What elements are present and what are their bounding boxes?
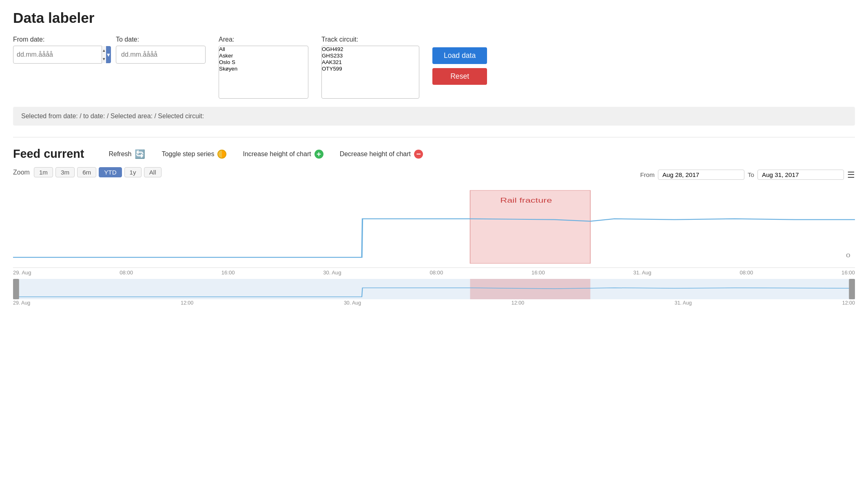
load-data-button[interactable]: Load data <box>432 47 487 64</box>
zoom-all[interactable]: All <box>144 167 162 177</box>
zoom-label: Zoom <box>13 169 30 176</box>
x-label-7: 08:00 <box>740 270 753 276</box>
from-date-spin-down[interactable]: ▼ <box>102 55 106 63</box>
mini-x-2: 30. Aug <box>344 300 361 306</box>
from-range-label: From <box>640 171 655 178</box>
x-label-2: 16:00 <box>221 270 235 276</box>
from-date-spin-up[interactable]: ▲ <box>102 46 106 55</box>
status-bar: Selected from date: / to date: / Selecte… <box>13 107 855 126</box>
zoom-1m[interactable]: 1m <box>34 167 53 177</box>
x-label-0: 29. Aug <box>13 270 31 276</box>
zoom-date-bar: Zoom 1m 3m 6m YTD 1y All From To ☰ <box>13 167 855 182</box>
mini-x-3: 12:00 <box>512 300 524 306</box>
from-date-dropdown-btn[interactable]: ▼ <box>106 46 111 63</box>
from-date-input-wrapper: ▲ ▼ ▼ <box>13 46 103 64</box>
action-buttons: Load data Reset <box>432 36 487 85</box>
section-divider <box>13 137 855 137</box>
page-title: Data labeler <box>13 10 855 26</box>
mini-chart-area <box>13 279 855 299</box>
refresh-label: Refresh <box>108 150 131 158</box>
toggle-step-ctrl[interactable]: Toggle step series <box>162 150 226 159</box>
mini-chart-x-labels: 29. Aug 12:00 30. Aug 12:00 31. Aug 12:0… <box>13 299 855 307</box>
mini-right-handle[interactable] <box>849 279 855 299</box>
rail-fracture-label: Rail fracture <box>500 197 552 204</box>
from-date-spin-buttons: ▲ ▼ <box>102 46 106 63</box>
chart-title: Feed current <box>13 147 84 161</box>
filters-row: From date: ▲ ▼ ▼ To date: Area: AllAsker… <box>13 36 855 99</box>
mini-x-4: 31. Aug <box>675 300 692 306</box>
area-label: Area: <box>219 36 308 43</box>
zoom-bar: Zoom 1m 3m 6m YTD 1y All <box>13 167 162 177</box>
main-chart-svg: Rail fracture 0 <box>13 186 855 267</box>
from-range-input[interactable] <box>658 170 744 180</box>
area-listbox[interactable]: AllAskerOslo SSkøyen <box>219 46 308 99</box>
mini-x-1: 12:00 <box>181 300 193 306</box>
reset-button[interactable]: Reset <box>432 68 487 85</box>
to-date-label: To date: <box>116 36 206 43</box>
from-date-input[interactable] <box>13 46 102 63</box>
to-range-input[interactable] <box>757 170 844 180</box>
increase-height-icon: + <box>314 150 323 159</box>
refresh-ctrl[interactable]: Refresh 🔄 <box>108 149 145 159</box>
increase-height-ctrl[interactable]: Increase height of chart + <box>243 150 323 159</box>
to-date-group: To date: <box>116 36 206 64</box>
toggle-step-icon <box>217 150 226 159</box>
mini-left-handle[interactable] <box>13 279 19 299</box>
chart-menu-button[interactable]: ☰ <box>847 170 855 180</box>
from-date-label: From date: <box>13 36 103 43</box>
y-zero-label: 0 <box>846 252 850 258</box>
x-label-3: 30. Aug <box>323 270 341 276</box>
zoom-ytd[interactable]: YTD <box>99 167 122 177</box>
mini-bg <box>13 279 855 299</box>
x-label-8: 16:00 <box>841 270 855 276</box>
chart-section: Feed current Refresh 🔄 Toggle step serie… <box>13 147 855 307</box>
x-label-5: 16:00 <box>531 270 545 276</box>
track-circuit-label: Track circuit: <box>321 36 419 43</box>
decrease-height-label: Decrease height of chart <box>340 150 411 158</box>
mini-x-5: 12:00 <box>842 300 855 306</box>
increase-height-label: Increase height of chart <box>243 150 311 158</box>
main-chart-area: Rail fracture 0 <box>13 186 855 268</box>
to-date-input[interactable] <box>116 46 206 64</box>
decrease-height-ctrl[interactable]: Decrease height of chart − <box>340 150 423 159</box>
zoom-1y[interactable]: 1y <box>124 167 142 177</box>
chart-line <box>13 219 855 258</box>
track-circuit-group: Track circuit: OGH492GHS233AAK321OTY599 <box>321 36 419 99</box>
refresh-icon: 🔄 <box>135 149 145 159</box>
x-label-1: 08:00 <box>120 270 133 276</box>
x-label-4: 08:00 <box>430 270 443 276</box>
date-range-bar: From To ☰ <box>640 170 855 180</box>
toggle-step-label: Toggle step series <box>162 150 214 158</box>
zoom-3m[interactable]: 3m <box>55 167 75 177</box>
page-container: Data labeler From date: ▲ ▼ ▼ To date: A… <box>0 0 868 316</box>
mini-x-0: 29. Aug <box>13 300 30 306</box>
zoom-6m[interactable]: 6m <box>77 167 96 177</box>
mini-annotation <box>470 279 590 299</box>
area-group: Area: AllAskerOslo SSkøyen <box>219 36 308 99</box>
x-label-6: 31. Aug <box>633 270 651 276</box>
mini-chart-svg <box>13 279 855 299</box>
to-range-label: To <box>748 171 754 178</box>
chart-x-labels: 29. Aug 08:00 16:00 30. Aug 08:00 16:00 … <box>13 268 855 277</box>
from-date-group: From date: ▲ ▼ ▼ <box>13 36 103 64</box>
chart-header: Feed current Refresh 🔄 Toggle step serie… <box>13 147 855 161</box>
track-circuit-listbox[interactable]: OGH492GHS233AAK321OTY599 <box>321 46 419 99</box>
decrease-height-icon: − <box>414 150 423 159</box>
status-text: Selected from date: / to date: / Selecte… <box>21 113 204 119</box>
